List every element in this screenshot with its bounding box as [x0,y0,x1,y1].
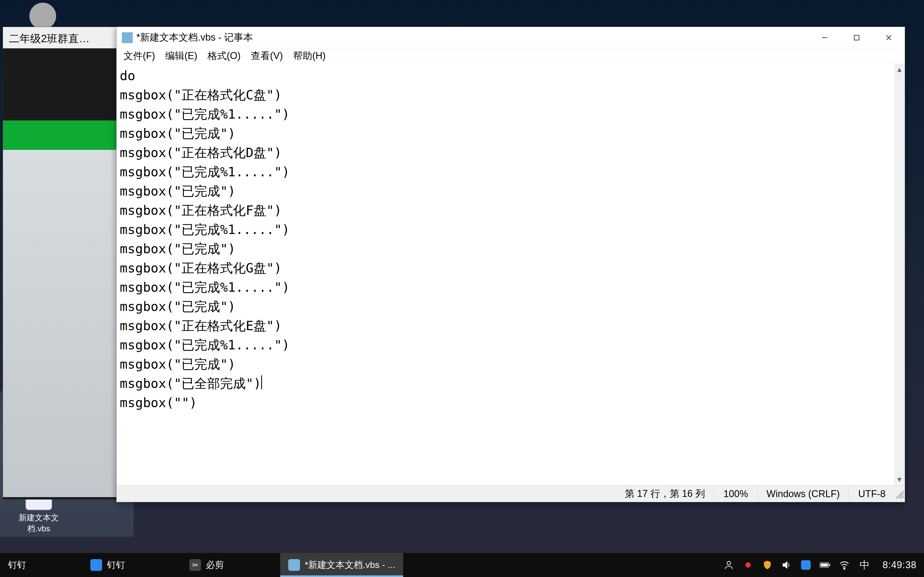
menu-view[interactable]: 查看(V) [247,48,287,64]
status-zoom: 100% [714,486,757,502]
svg-point-4 [727,561,730,565]
resize-grip[interactable] [895,489,904,498]
taskbar-dingding-label: 钉钉 [107,559,125,571]
svg-rect-1 [854,35,859,40]
status-eol: Windows (CRLF) [757,486,849,502]
shield-icon[interactable] [762,559,773,571]
code-line[interactable]: msgbox("正在格式化C盘") [120,85,891,105]
code-line[interactable]: msgbox("") [120,393,891,412]
titlebar[interactable]: *新建文本文档.vbs - 记事本 [116,27,905,48]
taskbar-dingding[interactable]: 钉钉 [82,553,133,577]
menu-format[interactable]: 格式(O) [204,48,244,64]
taskbar-clock[interactable]: 8:49:38 [879,559,920,571]
background-app-window[interactable]: 二年级2班群直… [3,27,118,500]
code-line[interactable]: msgbox("已完成") [120,297,891,316]
app-tray-icon[interactable] [800,559,811,571]
svg-rect-7 [829,564,830,566]
code-line[interactable]: msgbox("正在格式化D盘") [120,143,891,162]
scroll-up-icon[interactable]: ▲ [896,64,903,75]
text-content[interactable]: domsgbox("正在格式化C盘")msgbox("已完成%1.....")m… [116,64,894,414]
taskbar-search[interactable]: 钉钉 [0,553,34,577]
menu-file[interactable]: 文件(F) [120,48,159,64]
menubar: 文件(F) 编辑(E) 格式(O) 查看(V) 帮助(H) [116,48,905,64]
window-title: *新建文本文档.vbs - 记事本 [136,31,809,44]
desktop-icon-label: 新建文本文 档.vbs [19,513,59,534]
svg-point-5 [745,562,751,568]
menu-help[interactable]: 帮助(H) [289,48,330,64]
vertical-scrollbar[interactable]: ▲ ▼ [894,64,905,485]
taskbar-bijian[interactable]: ✂ 必剪 [181,553,232,577]
status-encoding: UTF-8 [849,486,895,502]
maximize-button[interactable] [841,27,873,48]
code-line[interactable]: msgbox("已完成") [120,239,891,258]
code-line[interactable]: msgbox("已完成%1.....") [120,105,891,124]
record-icon[interactable] [743,559,754,571]
code-line[interactable]: do [120,66,891,85]
code-line[interactable]: msgbox("正在格式化F盘") [120,201,891,220]
background-window-body [3,150,117,497]
notepad-icon [122,32,132,43]
close-button[interactable] [873,27,905,48]
code-line[interactable]: msgbox("正在格式化G盘") [120,258,891,277]
background-window-greenbar [3,121,117,150]
taskbar: 钉钉 钉钉 ✂ 必剪 *新建文本文档.vbs - ... [0,553,924,577]
battery-icon[interactable] [819,559,831,571]
taskbar-bijian-label: 必剪 [206,559,224,571]
code-line[interactable]: msgbox("已完成") [120,181,891,201]
code-line[interactable]: msgbox("已完成%1.....") [120,335,891,355]
notepad-icon [288,559,300,571]
person-icon[interactable] [723,559,735,571]
svg-point-9 [844,568,845,569]
taskbar-search-label: 钉钉 [8,559,26,571]
dingding-icon [90,559,102,571]
status-position: 第 17 行，第 16 列 [616,486,714,502]
dingding-icon [29,3,56,29]
svg-rect-8 [821,563,828,566]
wifi-icon[interactable] [839,559,850,571]
ime-indicator[interactable]: 中 [859,559,870,571]
code-line[interactable]: msgbox("已完成") [120,355,891,374]
background-window-title: 二年级2班群直… [3,27,117,48]
system-tray: 中 8:49:38 [723,553,924,577]
notepad-window: *新建文本文档.vbs - 记事本 文件(F) 编辑(E) 格式(O) 查看(V… [116,27,905,502]
code-line[interactable]: msgbox("已完成%1.....") [120,162,891,181]
scroll-down-icon[interactable]: ▼ [896,474,903,485]
code-line[interactable]: msgbox("已完成") [120,124,891,143]
minimize-button[interactable] [809,27,841,48]
scissors-icon: ✂ [189,559,201,571]
code-line[interactable]: msgbox("已完成%1.....") [120,220,891,239]
text-area[interactable]: domsgbox("正在格式化C盘")msgbox("已完成%1.....")m… [116,64,905,485]
menu-edit[interactable]: 编辑(E) [162,48,201,64]
volume-icon[interactable] [781,559,792,571]
statusbar: 第 17 行，第 16 列 100% Windows (CRLF) UTF-8 [116,485,905,502]
taskbar-notepad[interactable]: *新建文本文档.vbs - ... [280,553,403,577]
code-line[interactable]: msgbox("正在格式化E盘") [120,316,891,335]
taskbar-notepad-label: *新建文本文档.vbs - ... [305,559,395,571]
code-line[interactable]: msgbox("已全部完成") [120,374,891,393]
code-line[interactable]: msgbox("已完成%1.....") [120,277,891,297]
